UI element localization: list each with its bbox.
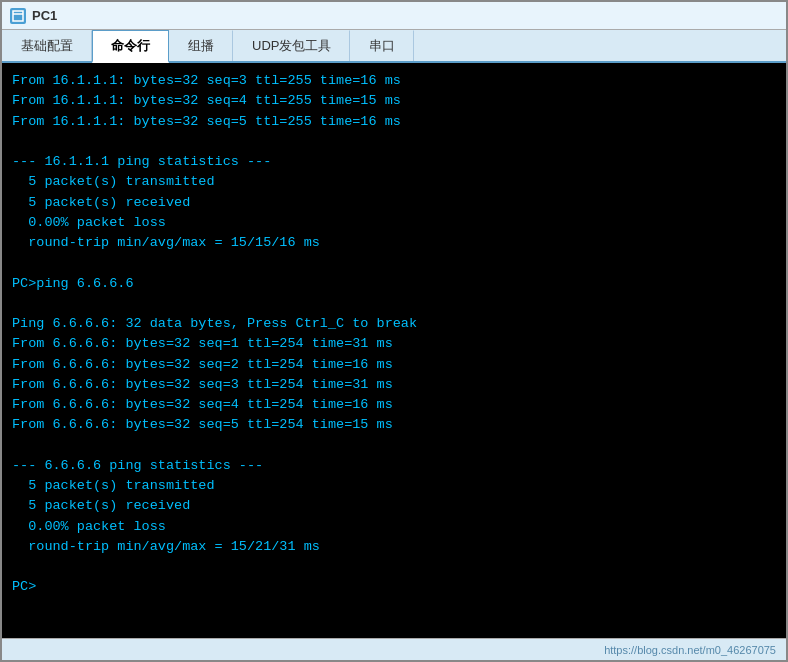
tab-command-line[interactable]: 命令行	[92, 30, 169, 63]
title-bar: PC1	[2, 2, 786, 30]
tab-bar: 基础配置命令行组播UDP发包工具串口	[2, 30, 786, 63]
terminal-line: 0.00% packet loss	[12, 213, 776, 233]
terminal-line: 5 packet(s) received	[12, 496, 776, 516]
terminal-line: From 6.6.6.6: bytes=32 seq=1 ttl=254 tim…	[12, 334, 776, 354]
terminal-line: Ping 6.6.6.6: 32 data bytes, Press Ctrl_…	[12, 314, 776, 334]
terminal-line: 5 packet(s) received	[12, 193, 776, 213]
status-bar: https://blog.csdn.net/m0_46267075	[2, 638, 786, 660]
terminal-line	[12, 253, 776, 273]
terminal-line: 0.00% packet loss	[12, 517, 776, 537]
watermark-text: https://blog.csdn.net/m0_46267075	[604, 644, 776, 656]
terminal-line: From 16.1.1.1: bytes=32 seq=5 ttl=255 ti…	[12, 112, 776, 132]
terminal-line: From 16.1.1.1: bytes=32 seq=4 ttl=255 ti…	[12, 91, 776, 111]
main-window: PC1 基础配置命令行组播UDP发包工具串口 From 16.1.1.1: by…	[0, 0, 788, 662]
terminal-line: From 6.6.6.6: bytes=32 seq=4 ttl=254 tim…	[12, 395, 776, 415]
svg-rect-0	[13, 11, 23, 21]
terminal-line	[12, 294, 776, 314]
terminal-line	[12, 132, 776, 152]
terminal-line: PC>	[12, 577, 776, 597]
terminal-line: --- 6.6.6.6 ping statistics ---	[12, 456, 776, 476]
terminal-line: From 6.6.6.6: bytes=32 seq=2 ttl=254 tim…	[12, 355, 776, 375]
terminal-line: From 6.6.6.6: bytes=32 seq=5 ttl=254 tim…	[12, 415, 776, 435]
tab-multicast[interactable]: 组播	[169, 30, 233, 61]
terminal-line: round-trip min/avg/max = 15/15/16 ms	[12, 233, 776, 253]
terminal-line: 5 packet(s) transmitted	[12, 476, 776, 496]
terminal-line: From 16.1.1.1: bytes=32 seq=3 ttl=255 ti…	[12, 71, 776, 91]
tab-basic-config[interactable]: 基础配置	[2, 30, 92, 61]
tab-udp-tool[interactable]: UDP发包工具	[233, 30, 350, 61]
terminal-line: --- 16.1.1.1 ping statistics ---	[12, 152, 776, 172]
terminal-output[interactable]: From 16.1.1.1: bytes=32 seq=3 ttl=255 ti…	[2, 63, 786, 638]
window-title: PC1	[32, 8, 57, 23]
window-icon	[10, 8, 26, 24]
terminal-line: round-trip min/avg/max = 15/21/31 ms	[12, 537, 776, 557]
terminal-line: PC>ping 6.6.6.6	[12, 274, 776, 294]
terminal-line	[12, 436, 776, 456]
terminal-line	[12, 557, 776, 577]
tab-serial[interactable]: 串口	[350, 30, 414, 61]
terminal-line: From 6.6.6.6: bytes=32 seq=3 ttl=254 tim…	[12, 375, 776, 395]
terminal-line: 5 packet(s) transmitted	[12, 172, 776, 192]
